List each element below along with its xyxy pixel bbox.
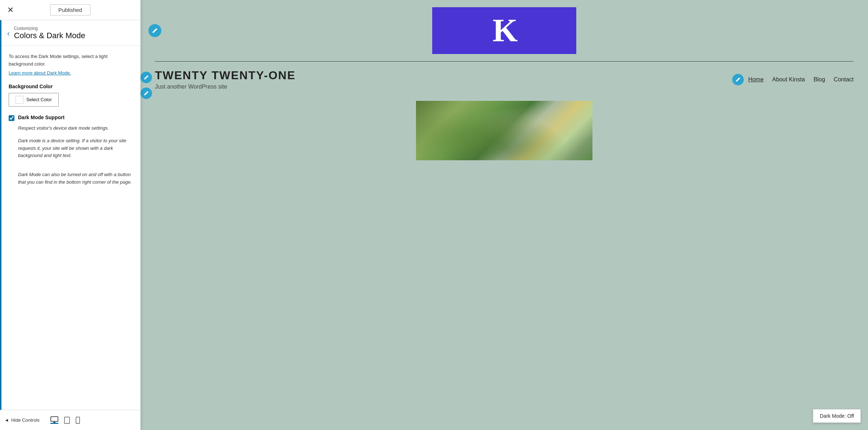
site-header-area: TWENTY TWENTY-ONE Just another WordPress… — [155, 69, 854, 90]
dark-mode-checkbox[interactable] — [9, 115, 14, 121]
mobile-icon — [76, 417, 80, 424]
nav-link-contact[interactable]: Contact — [834, 76, 854, 83]
nav-pencil-icon — [735, 77, 741, 82]
select-color-label: Select Color — [26, 97, 52, 102]
desktop-icon — [50, 416, 58, 423]
site-title-edit-pencil[interactable] — [140, 72, 152, 83]
tablet-icon-button[interactable] — [64, 417, 70, 424]
site-title-block: TWENTY TWENTY-ONE Just another WordPress… — [155, 69, 296, 90]
pencil-icon — [152, 27, 158, 34]
tablet-icon — [64, 417, 70, 424]
site-description: Just another WordPress site — [155, 84, 296, 90]
logo-edit-pencil[interactable] — [148, 24, 161, 37]
accent-bar — [0, 20, 1, 410]
nav-text: Customizing Colors & Dark Mode — [14, 26, 85, 40]
preview-area: K TWENTY TWENTY-ONE Just another Word — [140, 0, 868, 430]
article-image-overlay — [416, 101, 592, 160]
learn-more-link[interactable]: Learn more about Dark Mode. — [9, 70, 133, 76]
select-color-button[interactable]: Select Color — [9, 93, 59, 107]
article-image — [416, 101, 592, 160]
close-button[interactable]: ✕ — [6, 5, 15, 15]
dark-mode-toggle[interactable]: Dark Mode: Off — [813, 409, 861, 423]
desktop-icon-button[interactable] — [50, 416, 58, 424]
sidebar-content: To access the Dark Mode settings, select… — [0, 46, 140, 410]
dark-mode-desc1: Respect visitor's device dark mode setti… — [18, 125, 133, 132]
dark-mode-label: Dark Mode Support — [18, 115, 64, 120]
customizing-label: Customizing — [14, 26, 85, 31]
svg-point-4 — [67, 422, 67, 423]
divider — [155, 61, 854, 62]
hide-controls-label: Hide Controls — [11, 417, 40, 423]
mobile-icon-button[interactable] — [76, 417, 80, 424]
sidebar-nav: ‹ Customizing Colors & Dark Mode — [0, 20, 140, 46]
logo-banner: K — [432, 7, 576, 54]
logo-area: K — [155, 7, 854, 54]
background-color-label: Background Color — [9, 84, 133, 89]
nav-link-home[interactable]: Home — [748, 76, 764, 83]
dark-mode-desc2: Dark mode is a device setting. If a visi… — [18, 137, 133, 160]
logo-letter: K — [492, 14, 516, 47]
dark-mode-row: Dark Mode Support — [9, 115, 133, 121]
footer-icons — [50, 416, 80, 424]
content-area — [155, 101, 854, 160]
svg-rect-0 — [51, 417, 58, 421]
nav-link-about[interactable]: About Kinsta — [772, 76, 805, 83]
color-swatch — [15, 96, 23, 104]
sidebar-footer: ◄ Hide Controls — [0, 410, 140, 430]
site-desc-pencil-icon — [143, 90, 149, 96]
hide-controls-button[interactable]: ◄ Hide Controls — [4, 417, 40, 423]
published-button[interactable]: Published — [50, 4, 90, 15]
nav-menu: Home About Kinsta Blog Contact — [748, 76, 854, 83]
site-desc-edit-pencil[interactable] — [140, 88, 152, 99]
back-arrow-icon: ◄ — [4, 417, 9, 423]
nav-link-blog[interactable]: Blog — [814, 76, 825, 83]
dark-mode-desc3: Dark Mode can also be turned on and off … — [18, 171, 133, 186]
site-title-pencil-icon — [143, 75, 149, 80]
page-title: Colors & Dark Mode — [14, 31, 85, 40]
preview-content: K TWENTY TWENTY-ONE Just another Word — [140, 0, 868, 167]
sidebar: ✕ Published ‹ Customizing Colors & Dark … — [0, 0, 140, 430]
back-button[interactable]: ‹ — [7, 29, 10, 37]
svg-point-6 — [77, 422, 78, 423]
nav-edit-pencil[interactable] — [732, 74, 744, 85]
site-title: TWENTY TWENTY-ONE — [155, 69, 296, 82]
sidebar-header: ✕ Published — [0, 0, 140, 20]
info-text: To access the Dark Mode settings, select… — [9, 53, 133, 68]
